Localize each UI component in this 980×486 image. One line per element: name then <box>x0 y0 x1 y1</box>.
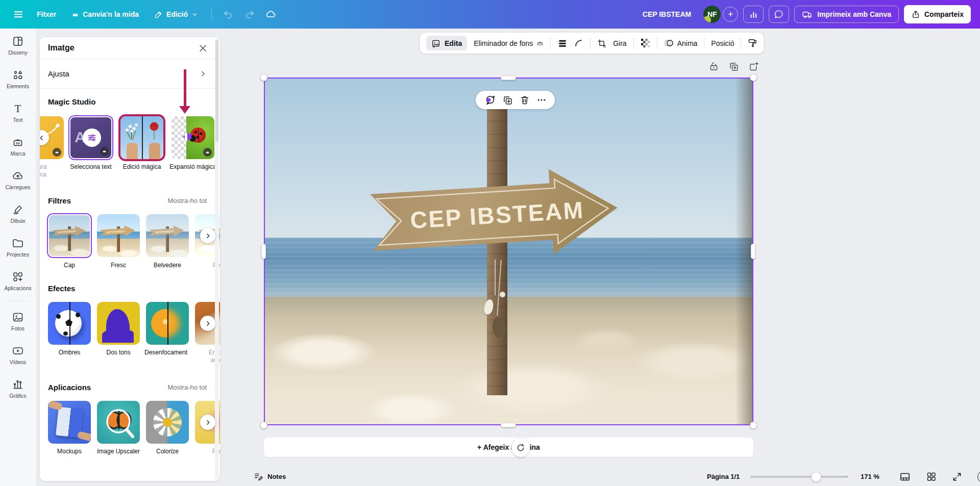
resize-button[interactable]: Canvia'n la mida <box>65 6 145 22</box>
bar-chart-icon <box>749 10 758 19</box>
add-member-button[interactable]: + <box>723 7 738 22</box>
add-page-button[interactable]: + Afegeix a pàgina <box>264 438 753 457</box>
filter-belvedere[interactable]: RETIREMENT <box>146 214 189 257</box>
magic-item-grab-text[interactable]: Aa <box>69 116 112 159</box>
sidebar-item-apps[interactable]: Aplicacions <box>0 264 36 298</box>
loading-spinner <box>511 439 530 457</box>
lock-page-button[interactable] <box>708 61 719 72</box>
grid-view-button[interactable] <box>926 471 937 482</box>
filters-title: Filtres <box>48 196 71 205</box>
pages-view-button[interactable] <box>899 471 911 482</box>
resize-handle-bottom-left[interactable] <box>260 422 267 429</box>
sidebar-item-charts[interactable]: Gràfics <box>0 372 36 405</box>
delete-button[interactable] <box>520 95 530 105</box>
zoom-slider[interactable] <box>750 476 847 478</box>
magic-studio-title: Magic Studio <box>48 97 95 106</box>
app-image-upscaler[interactable] <box>97 401 140 444</box>
ladybug-dots <box>190 127 206 143</box>
resize-handle-top[interactable] <box>501 75 516 80</box>
resize-handle-top-left[interactable] <box>260 74 267 81</box>
position-label: Posició <box>711 39 734 47</box>
chevron-right-icon <box>205 233 211 239</box>
resize-handle-bottom[interactable] <box>501 423 516 427</box>
resize-handle-bottom-right[interactable] <box>750 422 757 429</box>
fullscreen-button[interactable] <box>952 472 962 482</box>
avatar[interactable]: NF <box>703 6 721 23</box>
sidebar-item-uploads[interactable]: Càrregues <box>0 163 36 197</box>
sidebar-item-projects[interactable]: Projectes <box>0 231 36 264</box>
position-button[interactable]: Posició <box>711 39 734 47</box>
duplicate-button[interactable] <box>502 95 513 106</box>
hand-graphic <box>77 431 91 441</box>
sidebar-item-photos[interactable]: Fotos <box>0 304 36 338</box>
resize-handle-left[interactable] <box>261 244 266 259</box>
scroll-right-button[interactable] <box>200 316 215 331</box>
effect-duotone[interactable] <box>97 302 140 345</box>
help-button[interactable]: ? <box>977 471 980 483</box>
brand-kit-icon: co <box>12 136 24 148</box>
cloud-icon <box>265 9 277 20</box>
transparency-button[interactable] <box>641 38 650 48</box>
more-options-button[interactable] <box>536 95 547 105</box>
comments-button[interactable] <box>769 6 789 23</box>
sidebar-item-elements[interactable]: Elements <box>0 62 36 96</box>
main-menu-button[interactable] <box>9 6 28 23</box>
add-page-icon <box>748 61 759 72</box>
file-menu-button[interactable]: Fitxer <box>31 6 62 22</box>
sidebar-item-draw[interactable]: Dibuix <box>0 197 36 231</box>
add-page-icon-button[interactable] <box>748 61 759 72</box>
filter-label: Fresc <box>94 262 143 269</box>
mini-sign-text: RETIREMENT <box>106 229 129 234</box>
effect-shadows[interactable] <box>48 302 91 345</box>
print-with-canva-button[interactable]: Imprimeix amb Canva <box>794 6 899 23</box>
top-bar: Fitxer Canvia'n la mida Edició CEP IBSTE… <box>0 0 980 29</box>
filter-none[interactable]: RETIREMENT <box>48 214 91 257</box>
magic-item-magic-edit[interactable] <box>120 116 163 159</box>
copy-style-button[interactable] <box>748 38 757 48</box>
share-button[interactable]: Comparteix <box>904 5 971 23</box>
sidebar-item-brand[interactable]: co Marca <box>0 130 36 163</box>
sidebar-item-text[interactable]: T Text <box>0 96 36 130</box>
filters-row: RETIREMENT RETIREMENT RETIREMENT RETIREM… <box>40 214 220 257</box>
crop-button[interactable] <box>597 39 606 48</box>
zoom-slider-knob[interactable] <box>811 472 821 482</box>
effect-blur[interactable] <box>146 302 189 345</box>
comment-button[interactable] <box>484 94 496 106</box>
notes-button[interactable]: Notes <box>254 467 286 486</box>
filters-show-all-link[interactable]: Mostra-ho tot <box>167 197 207 204</box>
rotate-button[interactable]: Gira <box>613 39 626 47</box>
app-mockups[interactable] <box>48 401 91 444</box>
edit-image-button[interactable]: Edita <box>426 36 467 50</box>
filter-fresc[interactable]: RETIREMENT <box>97 214 140 257</box>
stroke-weight-button[interactable] <box>557 38 568 48</box>
corner-rounding-button[interactable] <box>574 39 583 48</box>
background-remover-button[interactable]: Eliminador de fons <box>474 39 544 47</box>
document-title[interactable]: CEP IBSTEAM <box>643 10 691 18</box>
chevron-down-icon <box>191 11 198 18</box>
soccer-ball-graphic <box>55 310 82 337</box>
redo-button[interactable] <box>240 6 259 23</box>
resize-handle-right[interactable] <box>751 244 755 259</box>
toolbar-divider <box>657 37 657 49</box>
sidebar-item-design[interactable]: Disseny <box>0 29 36 62</box>
insights-button[interactable] <box>743 6 764 23</box>
apps-show-all-link[interactable]: Mostra-ho tot <box>167 383 207 391</box>
left-sidebar: Disseny Elements T Text co Marca Càrregu… <box>0 29 36 486</box>
sidebar-label: Càrregues <box>5 184 30 190</box>
undo-button[interactable] <box>219 6 237 23</box>
duplicate-page-button[interactable] <box>728 61 739 72</box>
scroll-right-button[interactable] <box>200 228 215 243</box>
design-icon <box>12 35 24 47</box>
panel-scrollbar[interactable] <box>215 39 219 479</box>
close-icon[interactable] <box>198 43 208 53</box>
animate-button[interactable]: Anima <box>664 38 698 48</box>
app-colorize[interactable] <box>146 401 189 444</box>
scroll-right-button[interactable] <box>200 415 215 430</box>
editing-mode-button[interactable]: Edició <box>148 6 204 23</box>
sidebar-item-videos[interactable]: Vídeos <box>0 338 36 372</box>
resize-handle-top-right[interactable] <box>750 74 757 81</box>
adjust-row[interactable]: Ajusta <box>40 59 215 88</box>
magic-item-magic-expand[interactable] <box>172 116 214 159</box>
canvas-image[interactable]: CEP IBSTEAM <box>264 78 753 425</box>
cloud-save-status-button[interactable] <box>262 6 280 23</box>
